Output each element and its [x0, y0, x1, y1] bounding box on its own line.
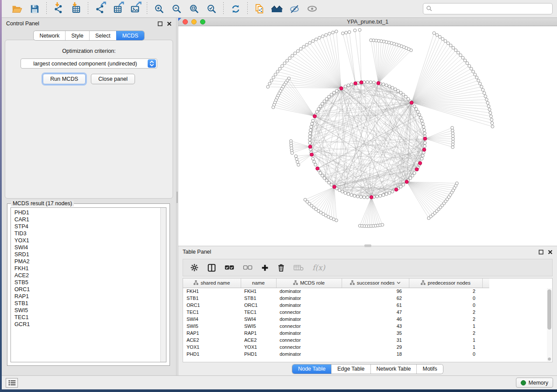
- table-row[interactable]: SWI5SWI5connector431: [183, 323, 489, 330]
- cell: YOX1: [183, 344, 241, 351]
- cell: 2: [409, 309, 482, 316]
- show-columns-icon[interactable]: [208, 264, 216, 272]
- result-node-item[interactable]: TEC1: [14, 314, 166, 321]
- memory-button[interactable]: Memory: [516, 378, 553, 388]
- result-node-item[interactable]: PHD1: [14, 209, 166, 216]
- cell: FKH1: [241, 288, 276, 295]
- mcds-options-box: Optimization criterion: largest connecte…: [5, 40, 173, 199]
- cell: dominator: [276, 330, 342, 337]
- table-resize-grip[interactable]: [548, 358, 551, 361]
- cell: 96: [342, 288, 409, 295]
- table-scrollbar[interactable]: [547, 288, 552, 361]
- export-network-icon[interactable]: [93, 2, 107, 16]
- table-scrollbar-thumb[interactable]: [547, 289, 551, 330]
- network-canvas[interactable]: [178, 26, 557, 246]
- optimization-select[interactable]: largest connected component (undirected): [21, 58, 157, 69]
- zoom-fit-icon[interactable]: [187, 2, 201, 16]
- zoom-selected-icon[interactable]: [204, 2, 219, 16]
- search-input[interactable]: [423, 3, 553, 14]
- cell: dominator: [276, 316, 342, 323]
- result-node-item[interactable]: STP4: [14, 223, 166, 230]
- optimization-label: Optimization criterion:: [5, 48, 173, 54]
- cell: dominator: [276, 351, 342, 358]
- cell: 46: [342, 316, 409, 323]
- close-table-panel-icon[interactable]: [548, 250, 553, 254]
- import-network-icon[interactable]: [51, 2, 66, 16]
- table-panel-resize-handle[interactable]: [364, 244, 371, 247]
- result-node-item[interactable]: ORC1: [14, 286, 166, 293]
- export-table-icon[interactable]: [110, 2, 125, 16]
- run-mcds-button[interactable]: Run MCDS: [43, 74, 86, 84]
- result-node-item[interactable]: PMA2: [14, 258, 166, 265]
- tab-network[interactable]: Network: [34, 31, 65, 40]
- result-node-item[interactable]: SRD1: [14, 251, 166, 258]
- close-panel-icon[interactable]: [167, 21, 172, 26]
- table-row[interactable]: TEC1TEC1connector472: [183, 309, 489, 316]
- show-all-icon[interactable]: [304, 2, 319, 16]
- select-all-icon[interactable]: [225, 265, 234, 270]
- import-table-icon[interactable]: [69, 2, 83, 16]
- task-history-button[interactable]: [6, 378, 18, 388]
- mcds-result-list[interactable]: PHD1CAR1STP4TID3YOX1SWI4SRD1PMA2FKH1ACE2…: [10, 207, 166, 362]
- table-row[interactable]: ORC1ORC1dominator610: [183, 302, 489, 309]
- tab-edge-table[interactable]: Edge Table: [331, 364, 370, 374]
- result-node-item[interactable]: SWI4: [14, 244, 166, 251]
- table-row[interactable]: RAP1RAP1dominator352: [183, 330, 489, 337]
- column-header-predecessor-nodes[interactable]: predecessor nodes: [409, 279, 482, 288]
- table-row[interactable]: SWI4SWI4dominator462: [183, 316, 489, 323]
- result-node-item[interactable]: STB1: [14, 300, 166, 307]
- column-header-MCDS-role[interactable]: MCDS role: [276, 279, 342, 288]
- table-row[interactable]: ACE2ACE2connector311: [183, 337, 489, 344]
- zoom-out-icon[interactable]: [169, 2, 184, 16]
- tab-network-table[interactable]: Network Table: [370, 364, 417, 374]
- mcds-result-group: MCDS result (17 nodes) PHD1CAR1STP4TID3Y…: [7, 203, 170, 366]
- panel-divider-handle[interactable]: [176, 192, 178, 203]
- table-row[interactable]: STB1STB1dominator620: [183, 295, 489, 302]
- table-panel: Table Panel f(x) shared namenameMCDS rol…: [178, 246, 557, 375]
- result-node-item[interactable]: ACE2: [14, 272, 166, 279]
- result-node-item[interactable]: FKH1: [14, 265, 166, 272]
- duplicate-network-icon[interactable]: [252, 2, 267, 16]
- open-icon[interactable]: [10, 2, 24, 16]
- tab-style[interactable]: Style: [65, 31, 89, 40]
- float-panel-icon[interactable]: [158, 21, 163, 26]
- control-panel-title: Control Panel: [6, 21, 39, 27]
- column-header-shared-name[interactable]: shared name: [183, 279, 241, 288]
- result-node-item[interactable]: SWI5: [14, 307, 166, 314]
- close-panel-button[interactable]: Close panel: [91, 74, 135, 84]
- column-header-successor-nodes[interactable]: successor nodes: [342, 279, 409, 288]
- hide-selected-icon[interactable]: [287, 2, 302, 16]
- tab-mcds[interactable]: MCDS: [116, 31, 144, 40]
- export-image-icon[interactable]: [128, 2, 142, 16]
- float-table-panel-icon[interactable]: [539, 250, 543, 254]
- result-node-item[interactable]: YOX1: [14, 237, 166, 244]
- result-node-item[interactable]: GCR1: [14, 321, 166, 328]
- refresh-icon[interactable]: [228, 2, 243, 16]
- column-settings-icon[interactable]: [190, 263, 199, 272]
- column-header-name[interactable]: name: [241, 279, 276, 288]
- result-node-item[interactable]: TID3: [14, 230, 166, 237]
- deselect-all-icon[interactable]: [243, 265, 253, 270]
- save-icon[interactable]: [27, 2, 42, 16]
- tab-select[interactable]: Select: [89, 31, 116, 40]
- cell: connector: [276, 344, 342, 351]
- tab-motifs[interactable]: Motifs: [416, 364, 443, 374]
- cell: ORC1: [241, 302, 276, 309]
- memory-status-icon: [521, 380, 526, 385]
- network-titlebar: YPA_prune.txt_1: [178, 18, 557, 26]
- table-row[interactable]: PHD1PHD1dominator180: [183, 351, 489, 358]
- table-header-row: shared namenameMCDS rolesuccessor nodesp…: [183, 279, 489, 288]
- table-row[interactable]: FKH1FKH1dominator962: [183, 288, 489, 295]
- result-node-item[interactable]: RAP1: [14, 293, 166, 300]
- cell: 2: [409, 288, 482, 295]
- result-node-item[interactable]: CAR1: [14, 216, 166, 223]
- first-neighbors-icon[interactable]: [270, 2, 284, 16]
- cell: TEC1: [183, 309, 241, 316]
- result-list-scrollbar[interactable]: [160, 208, 166, 362]
- zoom-in-icon[interactable]: [152, 2, 166, 16]
- add-column-icon[interactable]: [261, 264, 269, 272]
- table-row[interactable]: YOX1YOX1connector291: [183, 344, 489, 351]
- delete-column-icon[interactable]: [277, 264, 285, 272]
- tab-node-table[interactable]: Node Table: [292, 364, 331, 374]
- result-node-item[interactable]: STB5: [14, 279, 166, 286]
